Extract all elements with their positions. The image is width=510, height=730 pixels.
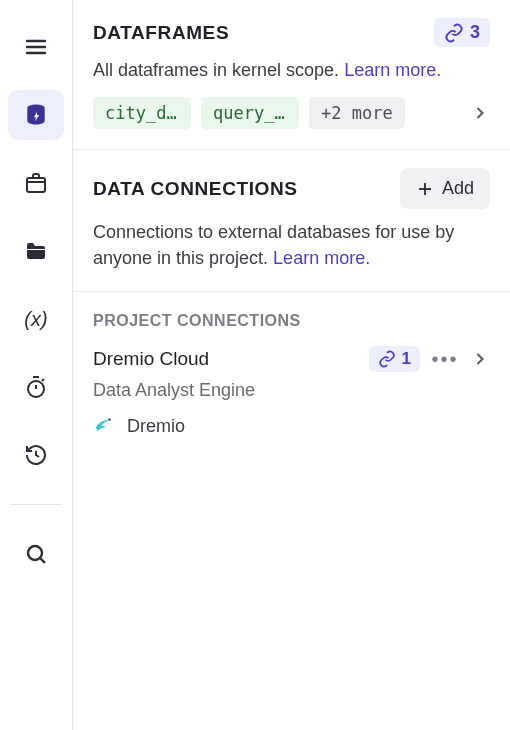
hamburger-icon xyxy=(24,35,48,59)
nav-files[interactable] xyxy=(8,226,64,276)
dataframes-learn-more-link[interactable]: Learn more. xyxy=(344,60,441,80)
chevron-right-icon xyxy=(470,103,490,123)
project-connections-subhead: PROJECT CONNECTIONS xyxy=(73,292,510,340)
connections-description: Connections to external databases for us… xyxy=(93,219,490,271)
dataframes-chips: city_dri… query_r… +2 more xyxy=(93,97,490,129)
svg-line-7 xyxy=(40,558,45,563)
nav-timer[interactable] xyxy=(8,362,64,412)
nav-package[interactable] xyxy=(8,158,64,208)
dataframe-chip-more[interactable]: +2 more xyxy=(309,97,405,129)
connection-menu-button[interactable]: ••• xyxy=(432,348,458,371)
svg-point-6 xyxy=(28,546,42,560)
stopwatch-icon xyxy=(24,375,48,399)
dataframes-description: All dataframes in kernel scope. Learn mo… xyxy=(93,57,490,83)
package-icon xyxy=(24,171,48,195)
folder-icon xyxy=(24,239,48,263)
connection-link-badge[interactable]: 1 xyxy=(369,346,420,372)
link-icon xyxy=(378,350,396,368)
nav-search[interactable] xyxy=(8,529,64,579)
nav-history[interactable] xyxy=(8,430,64,480)
dataframes-count: 3 xyxy=(470,22,480,43)
dataframes-expand[interactable] xyxy=(470,103,490,123)
connections-title: DATA CONNECTIONS xyxy=(93,178,298,200)
connection-vendor: Dremio xyxy=(93,415,490,437)
dataframes-section: DATAFRAMES 3 All dataframes in kernel sc… xyxy=(73,0,510,150)
svg-rect-4 xyxy=(27,178,45,192)
connection-vendor-name: Dremio xyxy=(127,416,185,437)
history-icon xyxy=(24,443,48,467)
svg-point-10 xyxy=(108,419,110,421)
database-bolt-icon xyxy=(23,102,49,128)
connection-expand[interactable] xyxy=(470,349,490,369)
add-connection-button[interactable]: Add xyxy=(400,168,490,209)
nav-variables[interactable]: (x) xyxy=(8,294,64,344)
add-button-label: Add xyxy=(442,178,474,199)
nav-database[interactable] xyxy=(8,90,64,140)
nav-menu[interactable] xyxy=(8,22,64,72)
chevron-right-icon xyxy=(470,349,490,369)
dataframe-chip[interactable]: query_r… xyxy=(201,97,299,129)
rail-divider xyxy=(10,504,62,505)
variable-icon: (x) xyxy=(24,308,47,331)
link-icon xyxy=(444,23,464,43)
connection-subtitle: Data Analyst Engine xyxy=(93,380,490,401)
connections-section: DATA CONNECTIONS Add Connections to exte… xyxy=(73,150,510,292)
connection-name: Dremio Cloud xyxy=(93,348,209,370)
dataframe-chip[interactable]: city_dri… xyxy=(93,97,191,129)
dataframes-count-badge[interactable]: 3 xyxy=(434,18,490,47)
search-icon xyxy=(24,542,48,566)
dataframes-title: DATAFRAMES xyxy=(93,22,229,44)
ellipsis-icon: ••• xyxy=(432,348,459,371)
plus-icon xyxy=(416,180,434,198)
connection-item[interactable]: Dremio Cloud 1 ••• Data Analyst Engine D… xyxy=(73,340,510,455)
dremio-icon xyxy=(93,415,115,437)
connections-learn-more-link[interactable]: Learn more. xyxy=(273,248,370,268)
connection-link-count: 1 xyxy=(402,349,411,369)
nav-rail: (x) xyxy=(0,0,73,730)
side-panel: DATAFRAMES 3 All dataframes in kernel sc… xyxy=(73,0,510,730)
